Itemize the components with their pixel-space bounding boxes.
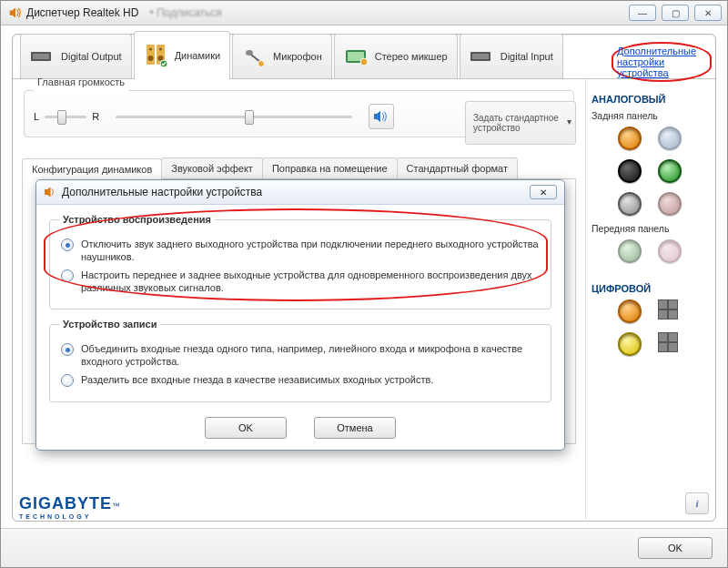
dialog-titlebar: Дополнительные настройки устройства ✕	[36, 180, 564, 205]
rear-panel-label: Задняя панель	[592, 110, 710, 121]
jack-optical-out[interactable]	[658, 299, 678, 320]
option-label: Разделить все входные гнезда в качестве …	[81, 373, 433, 386]
speakers-icon	[144, 46, 169, 66]
recording-group: Устройство записи Объединить входные гне…	[49, 319, 551, 402]
tab-label: Динамики	[175, 50, 220, 61]
mute-button[interactable]	[369, 104, 394, 129]
jack-front-pink[interactable]	[658, 239, 682, 263]
window-title: Диспетчер Realtek HD	[26, 6, 138, 19]
subtab-effect[interactable]: Звуковой эффект	[161, 157, 263, 178]
svg-point-6	[149, 47, 152, 50]
advanced-settings-dialog: Дополнительные настройки устройства ✕ Ус…	[35, 179, 565, 451]
playback-option-mute-rear[interactable]: Отключить звук заднего выходного устройс…	[61, 238, 540, 263]
jack-black[interactable]	[618, 159, 642, 183]
front-jacks	[592, 239, 710, 263]
tab-label: Digital Input	[500, 51, 553, 62]
analog-header: АНАЛОГОВЫЙ	[592, 94, 710, 105]
brand-logo: GIGABYTE™ TECHNOLOGY	[19, 494, 121, 520]
svg-point-7	[159, 47, 162, 50]
jack-optical-in[interactable]	[658, 332, 678, 352]
svg-rect-1	[33, 54, 49, 59]
option-label: Объединить входные гнезда одного типа, н…	[81, 342, 540, 368]
playback-option-dual-stream[interactable]: Настроить переднее и заднее выходные уст…	[61, 269, 540, 294]
jack-spdif-in[interactable]	[618, 332, 642, 356]
svg-point-4	[147, 56, 153, 61]
digital-jacks	[592, 299, 710, 356]
tab-microphone[interactable]: Микрофон	[232, 34, 332, 78]
blurred-text: • Подписаться	[149, 6, 221, 19]
svg-point-10	[258, 61, 265, 67]
dialog-cancel-button[interactable]: Отмена	[314, 417, 396, 439]
speaker-subtabs: Конфигурация динамиков Звуковой эффект П…	[22, 157, 576, 179]
tab-label: Микрофон	[273, 51, 322, 62]
titlebar: Диспетчер Realtek HD • Подписаться — ▢ ✕	[1, 1, 727, 25]
speaker-icon	[373, 109, 389, 124]
speaker-icon	[44, 186, 56, 198]
jack-green[interactable]	[658, 159, 682, 183]
radio-icon	[61, 238, 74, 251]
dialog-title: Дополнительные настройки устройства	[62, 186, 262, 198]
right-label: R	[92, 111, 99, 122]
balance-slider[interactable]	[45, 110, 86, 123]
option-label: Настроить переднее и заднее выходные уст…	[81, 269, 540, 294]
radio-icon	[61, 374, 74, 387]
button-label: Задать стандартное устройство	[473, 113, 562, 133]
svg-rect-2	[147, 45, 155, 65]
playback-group: Устройство воспроизведения Отключить зву…	[49, 214, 551, 309]
radio-icon	[61, 269, 74, 282]
recording-legend: Устройство записи	[59, 319, 160, 330]
radio-icon	[61, 343, 74, 356]
maximize-button[interactable]: ▢	[662, 5, 689, 21]
tab-digital-output[interactable]: Digital Output	[20, 34, 132, 78]
advanced-settings-link-wrap: Дополнительные настройки устройства	[612, 42, 712, 82]
jack-blue[interactable]	[658, 127, 682, 150]
tab-label: Стерео микшер	[375, 51, 448, 62]
subtab-config[interactable]: Конфигурация динамиков	[22, 158, 162, 179]
set-default-device-button[interactable]: Задать стандартное устройство	[465, 101, 576, 145]
digital-header: ЦИФРОВОЙ	[592, 283, 710, 294]
tab-label: Digital Output	[61, 51, 122, 62]
playback-legend: Устройство воспроизведения	[59, 214, 215, 225]
microphone-icon	[242, 46, 268, 66]
jack-red[interactable]	[658, 192, 682, 216]
jack-spdif-out[interactable]	[618, 299, 642, 323]
device-icon	[30, 46, 56, 66]
jack-gray[interactable]	[618, 192, 642, 216]
subtab-format[interactable]: Стандартный формат	[397, 157, 518, 178]
tab-speakers[interactable]: Динамики	[134, 31, 230, 79]
mixer-icon	[344, 46, 369, 66]
advanced-settings-link[interactable]: Дополнительные настройки устройства	[617, 46, 696, 78]
minimize-button[interactable]: —	[629, 5, 656, 21]
front-panel-label: Передняя панель	[592, 223, 710, 234]
footer: OK	[1, 528, 727, 567]
rear-jacks	[592, 127, 710, 216]
dialog-close-button[interactable]: ✕	[530, 185, 557, 199]
option-label: Отключить звук заднего выходного устройс…	[81, 238, 540, 263]
red-circle-annotation: Дополнительные настройки устройства	[612, 42, 712, 82]
balance-control[interactable]: L R	[34, 110, 99, 123]
device-tabstrip: Digital Output Динамики Микрофон Стерео …	[13, 35, 715, 79]
subtab-room[interactable]: Поправка на помещение	[262, 157, 398, 178]
svg-point-13	[360, 58, 368, 66]
tab-digital-input[interactable]: Digital Input	[460, 34, 563, 78]
main-ok-button[interactable]: OK	[638, 537, 713, 559]
recording-option-tie[interactable]: Объединить входные гнезда одного типа, н…	[61, 342, 540, 368]
app-window: Диспетчер Realtek HD • Подписаться — ▢ ✕…	[0, 0, 728, 568]
left-label: L	[34, 111, 39, 122]
volume-slider[interactable]	[116, 110, 352, 123]
jack-front-green[interactable]	[618, 239, 642, 263]
dialog-ok-button[interactable]: OK	[205, 417, 287, 439]
side-panel: АНАЛОГОВЫЙ Задняя панель Передняя панель…	[585, 79, 715, 522]
tab-stereo-mix[interactable]: Стерео микшер	[334, 34, 458, 78]
device-icon	[470, 46, 495, 66]
close-button[interactable]: ✕	[694, 5, 722, 21]
recording-option-separate[interactable]: Разделить все входные гнезда в качестве …	[61, 373, 540, 387]
info-button[interactable]: i	[685, 492, 709, 514]
speaker-icon	[8, 6, 21, 19]
jack-orange[interactable]	[618, 127, 642, 150]
svg-rect-15	[472, 54, 489, 59]
